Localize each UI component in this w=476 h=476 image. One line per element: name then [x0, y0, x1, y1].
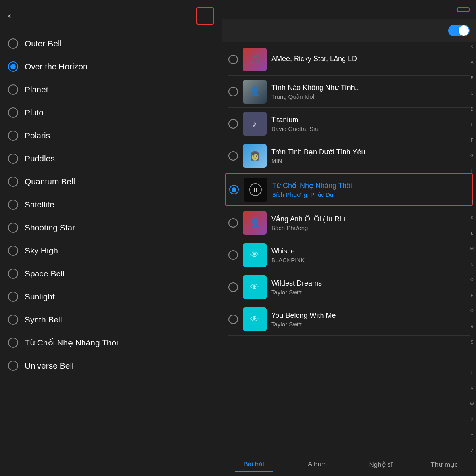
song-item-you-belong[interactable]: 👁You Belong With MeTaylor Swift — [222, 303, 476, 335]
radio-space-bell — [8, 269, 18, 279]
song-list: 🎵AMee, Ricky Star, Lăng LD👤Tình Nào Khôn… — [222, 44, 476, 455]
song-info-titanium: TitaniumDavid Guetta, Sia — [271, 116, 470, 132]
ringtone-item-over-the-horizon[interactable]: Over the Horizon — [0, 55, 222, 78]
song-title-you-belong: You Belong With Me — [271, 311, 470, 320]
ringtone-name-quantum-bell: Quantum Bell — [25, 177, 75, 186]
song-title-tinh-nao: Tình Nào Không Như Tình.. — [271, 83, 470, 92]
song-item-wildest-dreams[interactable]: 👁Wildest DreamsTaylor Swift — [222, 271, 476, 303]
thumb-icon-whistle: 👁 — [250, 250, 259, 260]
song-radio-tu-choi-song — [229, 185, 239, 194]
alpha-char-p[interactable]: P — [470, 294, 474, 298]
right-panel: 🎵AMee, Ricky Star, Lăng LD👤Tình Nào Khôn… — [222, 0, 476, 476]
alpha-char-v[interactable]: V — [470, 387, 474, 391]
tab-album[interactable]: Album — [286, 455, 349, 476]
ringtone-item-puddles[interactable]: Puddles — [0, 147, 222, 170]
ringtone-item-pluto[interactable]: Pluto — [0, 101, 222, 124]
song-thumb-titanium: ♪ — [243, 112, 267, 136]
song-artist-tinh-nao: Trung Quân Idol — [271, 93, 470, 100]
alpha-char-f[interactable]: F — [470, 138, 474, 142]
ringtone-item-outer-bell[interactable]: Outer Bell — [0, 32, 222, 55]
alpha-char-e[interactable]: E — [470, 123, 474, 127]
ringtone-name-sky-high: Sky High — [25, 246, 58, 255]
htut-button[interactable] — [457, 7, 470, 12]
ringtone-item-planet[interactable]: Planet — [0, 78, 222, 101]
radio-inner-over-the-horizon — [10, 64, 16, 69]
song-thumb-amee: 🎵 — [243, 48, 267, 71]
thumb-icon-you-belong: 👁 — [250, 314, 259, 324]
ringtone-item-satellite[interactable]: Satellite — [0, 193, 222, 216]
song-item-titanium[interactable]: ♪TitaniumDavid Guetta, Sia — [222, 108, 476, 140]
tab-bai-hat[interactable]: Bài hát — [222, 455, 286, 476]
song-item-whistle[interactable]: 👁WhistleBLACKPINK — [222, 239, 476, 271]
song-item-amee[interactable]: 🎵AMee, Ricky Star, Lăng LD — [222, 44, 476, 75]
ringtone-item-synth-bell[interactable]: Synth Bell — [0, 308, 222, 331]
song-radio-tren-tinh — [228, 151, 238, 161]
song-item-tren-tinh[interactable]: 👩Trên Tình Bạn Dưới Tình YêuMIN — [222, 140, 476, 172]
song-title-whistle: Whistle — [271, 247, 470, 255]
ringtone-name-polaris: Polaris — [25, 131, 50, 140]
alpha-char-z[interactable]: Z — [470, 449, 474, 453]
song-artist-vang-anh: Bách Phương — [271, 225, 470, 232]
alpha-char-n[interactable]: N — [470, 263, 474, 267]
song-title-wildest-dreams: Wildest Dreams — [271, 279, 470, 288]
song-item-tu-choi-song[interactable]: ⏸Từ Chối Nhẹ Nhàng ThôiBích Phương, Phúc… — [225, 173, 473, 206]
ringtone-item-universe-bell[interactable]: Universe Bell — [0, 354, 222, 377]
ringtone-item-tu-choi[interactable]: Từ Chối Nhẹ Nhàng Thôi — [0, 331, 222, 354]
back-button[interactable]: ‹ — [8, 11, 11, 21]
ringtone-item-sky-high[interactable]: Sky High — [0, 239, 222, 262]
radio-planet — [8, 84, 18, 95]
ringtone-item-space-bell[interactable]: Space Bell — [0, 262, 222, 285]
tab-thu-muc[interactable]: Thư mục — [413, 455, 476, 476]
tab-label-album: Album — [286, 461, 349, 468]
alpha-char-j[interactable]: J — [470, 200, 474, 204]
alpha-char-i[interactable]: I — [470, 185, 474, 189]
song-artist-wildest-dreams: Taylor Swift — [271, 289, 470, 296]
right-header — [222, 0, 476, 19]
alpha-char-a[interactable]: A — [470, 61, 474, 65]
alpha-char-m[interactable]: M — [470, 247, 474, 251]
radio-puddles — [8, 154, 18, 164]
song-info-wildest-dreams: Wildest DreamsTaylor Swift — [271, 279, 470, 296]
highlight-toggle[interactable] — [448, 25, 470, 36]
ringtone-item-shooting-star[interactable]: Shooting Star — [0, 216, 222, 239]
alpha-char-r[interactable]: R — [470, 325, 474, 329]
alpha-char-h[interactable]: H — [470, 169, 474, 173]
alpha-char-q[interactable]: Q — [470, 309, 474, 313]
song-item-vang-anh[interactable]: 👤Vắng Anh Ôi Ôi (liu Riu..Bách Phương — [222, 207, 476, 239]
highlight-toggle-row — [222, 19, 476, 42]
add-ringtone-button[interactable] — [196, 7, 214, 25]
ringtone-item-sunlight[interactable]: Sunlight — [0, 285, 222, 308]
song-item-tinh-nao[interactable]: 👤Tình Nào Không Như Tình..Trung Quân Ido… — [222, 76, 476, 107]
alpha-char-s[interactable]: S — [470, 340, 474, 344]
alpha-char-d[interactable]: D — [470, 107, 474, 111]
ringtone-name-sunlight: Sunlight — [25, 292, 55, 301]
ringtone-item-polaris[interactable]: Polaris — [0, 124, 222, 147]
tab-nghe-si[interactable]: Nghệ sĩ — [349, 455, 413, 476]
song-thumb-whistle: 👁 — [243, 243, 267, 267]
song-radio-vang-anh — [228, 218, 238, 228]
tab-label-thu-muc: Thư mục — [413, 461, 476, 469]
alpha-char-g[interactable]: G — [470, 154, 474, 158]
ringtone-name-shooting-star: Shooting Star — [25, 223, 75, 232]
alpha-char-l[interactable]: L — [470, 232, 474, 236]
play-overlay-tu-choi-song: ⏸ — [244, 178, 267, 202]
thumb-icon-titanium: ♪ — [253, 119, 257, 129]
alpha-char-o[interactable]: O — [470, 278, 474, 282]
alpha-char-y[interactable]: Y — [470, 434, 474, 438]
ringtone-item-quantum-bell[interactable]: Quantum Bell — [0, 170, 222, 193]
song-radio-titanium — [228, 119, 238, 129]
ringtone-name-planet: Planet — [25, 85, 48, 94]
alpha-char-c[interactable]: C — [470, 92, 474, 96]
alpha-char-x[interactable]: X — [470, 418, 474, 422]
alpha-char-t[interactable]: T — [470, 356, 474, 360]
alpha-char-&[interactable]: & — [470, 45, 474, 49]
song-thumb-wildest-dreams: 👁 — [243, 275, 267, 299]
song-more-tu-choi-song[interactable]: ⋯ — [461, 185, 469, 194]
alpha-char-b[interactable]: B — [470, 76, 474, 80]
radio-sky-high — [8, 246, 18, 256]
radio-quantum-bell — [8, 177, 18, 187]
alpha-char-u[interactable]: U — [470, 371, 474, 375]
song-artist-titanium: David Guetta, Sia — [271, 125, 470, 132]
alpha-char-k[interactable]: K — [470, 216, 474, 220]
alpha-char-w[interactable]: W — [470, 402, 474, 406]
